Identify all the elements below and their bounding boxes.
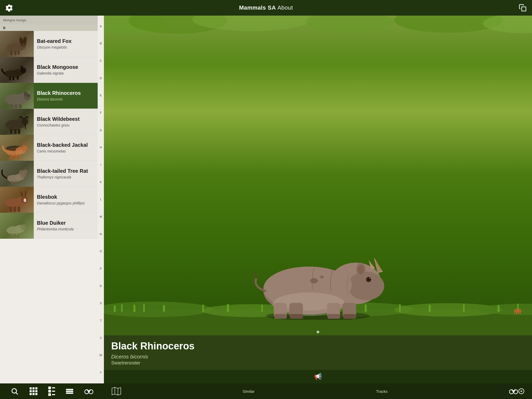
svg-marker-35 (22, 142, 24, 146)
svg-rect-59 (10, 234, 12, 238)
section-header-label: B (3, 26, 5, 30)
alphabet-index: A B C D E F G H I K L M N O P R S T V W … (98, 16, 104, 247)
svg-rect-53 (18, 207, 20, 212)
svg-rect-38 (14, 155, 16, 159)
alpha-I[interactable]: I (100, 163, 101, 166)
animal-latin-name: Diceros bicornis (37, 97, 95, 101)
svg-point-34 (22, 145, 28, 151)
svg-rect-46 (15, 181, 17, 185)
animal-list: Mungos mungo B (0, 16, 104, 247)
alpha-L[interactable]: L (100, 198, 102, 201)
animal-latin-name: Philantomba monticola (37, 227, 95, 231)
list-item[interactable]: Black Mongoose Galerella nigrata (0, 57, 98, 83)
svg-rect-45 (11, 181, 13, 185)
animal-info: Black Wildebeest Connochaetes gnou (34, 116, 98, 127)
svg-rect-21 (14, 104, 17, 108)
svg-rect-30 (18, 129, 20, 134)
svg-rect-14 (12, 76, 14, 80)
animal-thumbnail (0, 83, 34, 109)
alpha-E[interactable]: E (100, 94, 102, 97)
alpha-B[interactable]: B (100, 42, 102, 45)
animal-thumbnail (0, 187, 34, 213)
svg-point-12 (21, 66, 23, 70)
alpha-M[interactable]: M (99, 215, 102, 218)
svg-point-50 (24, 198, 26, 202)
animal-name: Black-tailed Tree Rat (37, 168, 95, 174)
svg-rect-52 (14, 207, 16, 212)
alpha-N[interactable]: N (100, 233, 102, 236)
animal-info: Bat-eared Fox Otocyon megalotis (34, 38, 98, 49)
svg-rect-61 (17, 234, 19, 238)
svg-rect-13 (9, 76, 11, 80)
svg-rect-37 (10, 155, 12, 159)
svg-rect-15 (17, 76, 19, 80)
animal-info: Black-tailed Tree Rat Thallomys nigricau… (34, 168, 98, 179)
svg-rect-6 (10, 51, 12, 55)
svg-marker-19 (28, 90, 30, 93)
svg-rect-7 (14, 51, 16, 55)
animal-latin-name: Damaliscus pygargus phillipsi (37, 201, 95, 205)
title-main: Mammals SA (239, 4, 276, 11)
svg-rect-39 (17, 155, 19, 159)
animal-thumbnail (0, 135, 34, 161)
svg-marker-36 (25, 142, 28, 145)
animal-latin-name: Canis mesomelas (37, 149, 95, 153)
title-about[interactable]: About (277, 4, 293, 11)
alpha-C[interactable]: C (100, 59, 102, 62)
animal-name: Black Mongoose (37, 64, 95, 70)
list-item[interactable]: Black Wildebeest Connochaetes gnou (0, 109, 98, 135)
animal-thumbnail (0, 213, 34, 239)
app-header: Mammals SA About (0, 0, 330, 16)
animal-latin-name: Otocyon megalotis (37, 45, 95, 49)
list-item[interactable]: Bat-eared Fox Otocyon megalotis (0, 31, 98, 57)
scrolled-list-item: Mungos mungo (0, 16, 98, 25)
app-title: Mammals SA About (15, 4, 330, 11)
list-item[interactable]: Black-tailed Tree Rat Thallomys nigricau… (0, 161, 98, 187)
animal-info: Black-backed Jackal Canis mesomelas (34, 142, 98, 153)
list-item-active[interactable]: Black Rhinoceros Diceros bicornis (0, 83, 98, 109)
animal-thumbnail (0, 161, 34, 187)
svg-line-57 (21, 222, 22, 225)
list-item[interactable]: Black-backed Jackal Canis mesomelas (0, 135, 98, 161)
svg-rect-20 (10, 104, 13, 108)
animal-info: Blesbok Damaliscus pygargus phillipsi (34, 194, 98, 205)
animal-latin-name: Connochaetes gnou (37, 123, 95, 127)
animal-thumbnail (0, 31, 34, 57)
alpha-K[interactable]: K (100, 181, 102, 184)
animal-name: Bat-eared Fox (37, 38, 95, 44)
species-photo[interactable] (104, 16, 330, 247)
alpha-H[interactable]: H (100, 146, 102, 149)
animal-latin-name: Galerella nigrata (37, 71, 95, 75)
scrolled-item-text: Mungos mungo (3, 18, 26, 22)
svg-rect-22 (19, 104, 22, 108)
animal-name: Blesbok (37, 194, 95, 200)
animal-thumbnail (0, 109, 34, 135)
svg-rect-60 (14, 234, 16, 238)
animal-name: Black Rhinoceros (37, 90, 95, 96)
animal-name: Black Wildebeest (37, 116, 95, 122)
svg-point-27 (22, 118, 28, 125)
animal-info: Blue Duiker Philantomba monticola (34, 220, 98, 231)
animal-info: Black Rhinoceros Diceros bicornis (34, 90, 98, 101)
svg-rect-29 (14, 129, 17, 134)
svg-rect-51 (9, 207, 12, 212)
list-item[interactable]: Blesbok Damaliscus pygargus phillipsi (0, 187, 98, 213)
settings-button[interactable] (4, 3, 15, 13)
animal-name: Blue Duiker (37, 220, 95, 226)
svg-point-65 (306, 16, 330, 32)
alpha-F[interactable]: F (100, 111, 102, 114)
alpha-D[interactable]: D (100, 77, 102, 80)
list-section-header-b: B (0, 25, 98, 31)
animal-thumbnail (0, 57, 34, 83)
detail-panel: Black Rhinoceros Diceros bicornis Swartr… (104, 16, 330, 247)
svg-point-24 (27, 95, 29, 97)
animal-name: Black-backed Jackal (37, 142, 95, 148)
svg-rect-8 (18, 51, 20, 55)
alpha-A[interactable]: A (100, 25, 102, 28)
animal-list-panel: A B C D E F G H I K L M N O P R S T V W … (0, 16, 104, 247)
list-item[interactable]: Blue Duiker Philantomba monticola (0, 213, 98, 239)
svg-line-58 (24, 221, 24, 224)
alpha-G[interactable]: G (100, 129, 102, 132)
svg-point-44 (23, 169, 28, 174)
svg-rect-28 (10, 129, 12, 134)
